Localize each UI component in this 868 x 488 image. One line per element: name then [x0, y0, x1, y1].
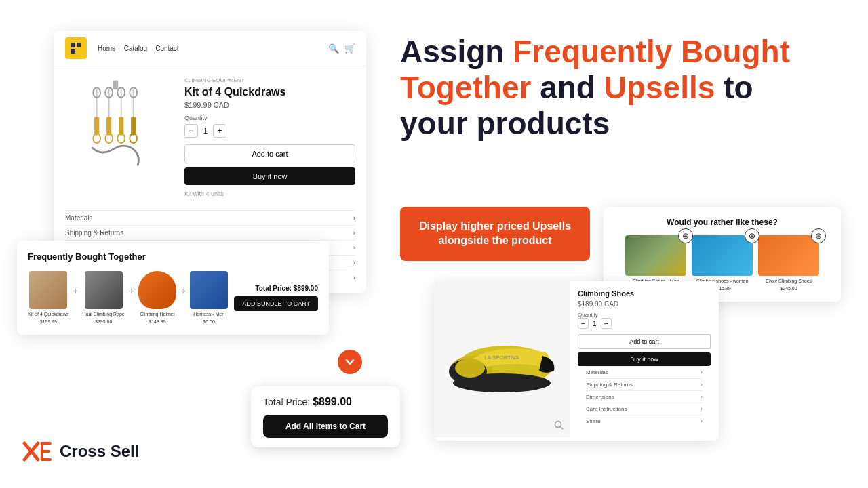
nav-catalog[interactable]: Catalog: [124, 45, 147, 52]
fbt-name-2: Haul Climbing Rope: [83, 312, 125, 317]
upsell-banner: Display higher priced Upsells alongside …: [400, 207, 590, 261]
svg-point-24: [455, 359, 485, 378]
fbt-name-3: Climbing Helmet: [140, 312, 174, 317]
svg-rect-14: [119, 117, 123, 136]
svg-rect-6: [94, 117, 99, 136]
cross-sell-logo-icon: [20, 435, 53, 468]
fbt-product-2: Haul Climbing Rope $295.00: [83, 271, 125, 324]
fbt-card: Frequently Bought Together Kit of 4 Quic…: [17, 241, 329, 335]
quantity-control: − 1 +: [184, 124, 355, 138]
svg-rect-10: [106, 117, 111, 136]
upsell-add-2[interactable]: ⊕: [745, 228, 760, 243]
fbt-products: Kit of 4 Quickdraws $199.99 + Haul Climb…: [28, 271, 318, 324]
upsell-img-2: [692, 235, 753, 276]
qty-label: Quantity: [184, 115, 355, 121]
upsell-product-1-wrap: ⊕: [625, 235, 686, 276]
fbt-price-2: $295.00: [95, 319, 112, 324]
product-meta: Kit with 4 units: [184, 190, 355, 197]
product-title: Kit of 4 Quickdraws: [184, 86, 355, 98]
svg-point-26: [555, 422, 561, 428]
fbt-product-4: Harness - Men $0.00: [190, 271, 228, 324]
hero-heading: Assign Frequently Bought Together and Up…: [400, 34, 841, 142]
fbt-total: Total Price: $899.00 ADD BUNDLE TO CART: [234, 285, 318, 311]
fbt-img-3: [138, 271, 176, 309]
upsell-product-3-wrap: ⊕: [758, 235, 819, 276]
product-details: CLIMBING EQUIPMENT Kit of 4 Quickdraws $…: [184, 77, 355, 199]
svg-rect-1: [77, 43, 81, 47]
fbt-img-1: [29, 271, 67, 309]
fbt-plus-3: +: [179, 285, 187, 296]
nav-contact[interactable]: Contact: [155, 45, 178, 52]
shoe-qty-decrease[interactable]: −: [578, 318, 589, 329]
scroll-down-arrow[interactable]: [338, 350, 362, 374]
shoe-accordion-share[interactable]: Share ›: [586, 415, 703, 427]
shoe-title: Climbing Shoes: [578, 289, 711, 298]
shoe-add-cart-button[interactable]: Add to cart: [578, 334, 711, 349]
quickdraws-image: [79, 77, 160, 199]
product-body: CLIMBING EQUIPMENT Kit of 4 Quickdraws $…: [54, 66, 366, 210]
accordion-shipping[interactable]: Shipping & Returns ›: [65, 225, 355, 240]
nav-icons: 🔍 🛒: [328, 43, 355, 54]
shoe-qty-label: Quantity: [578, 312, 711, 318]
svg-line-27: [561, 427, 564, 430]
fbt-price-1: $199.99: [40, 319, 57, 324]
upsell-add-3[interactable]: ⊕: [811, 228, 826, 243]
shoe-accordion-shipping[interactable]: Shipping & Returns ›: [586, 378, 703, 390]
product-breadcrumb: CLIMBING EQUIPMENT: [184, 77, 355, 83]
upsell-price-3: $245.00: [780, 286, 797, 291]
fbt-product-1: Kit of 4 Quickdraws $199.99: [28, 271, 68, 324]
shoe-accordion-materials[interactable]: Materials ›: [586, 366, 703, 378]
svg-text:LA SPORTIVA: LA SPORTIVA: [484, 354, 519, 361]
add-all-to-cart-button[interactable]: Add All Items to Cart: [263, 415, 388, 438]
shoe-accordion: Materials › Shipping & Returns › Dimensi…: [578, 366, 711, 432]
fbt-plus-2: +: [127, 285, 136, 296]
shoe-product-card: LA SPORTIVA Climbing Shoes $189.90 CAD Q…: [434, 281, 719, 441]
store-logo: [65, 37, 87, 59]
svg-rect-18: [131, 117, 136, 136]
fbt-img-4: [190, 271, 228, 309]
upsell-add-1[interactable]: ⊕: [678, 228, 693, 243]
upsell-name-3: Evolv Climbing Shoes: [766, 279, 812, 283]
shoe-accordion-care[interactable]: Care Instructions ›: [586, 403, 703, 415]
upsell-product-2-wrap: ⊕: [692, 235, 753, 276]
shoe-buy-now-button[interactable]: Buy it now: [578, 352, 711, 366]
total-bar: Total Price: $899.00 Add All Items to Ca…: [251, 386, 400, 447]
product-price: $199.99 CAD: [184, 101, 355, 109]
shoe-zoom-icon[interactable]: [553, 420, 564, 433]
upsell-card-title: Would you rather like these?: [614, 218, 830, 227]
shoe-qty-value: 1: [593, 320, 597, 327]
fbt-name-4: Harness - Men: [193, 312, 224, 317]
upsell-product-3: ⊕ Evolv Climbing Shoes $245.00: [758, 235, 819, 291]
fbt-add-button[interactable]: ADD BUNDLE TO CART: [234, 296, 318, 311]
search-icon[interactable]: 🔍: [328, 43, 339, 54]
hero-text: Assign Frequently Bought Together and Up…: [400, 34, 841, 142]
product-image-area: [65, 77, 174, 199]
fbt-title: Frequently Bought Together: [28, 251, 318, 262]
svg-rect-3: [113, 81, 118, 90]
qty-value: 1: [203, 127, 208, 135]
accordion-materials[interactable]: Materials ›: [65, 210, 355, 225]
fbt-price-4: $0.00: [203, 319, 215, 324]
total-bar-price: $899.00: [313, 396, 352, 407]
nav-home[interactable]: Home: [98, 45, 116, 52]
shoe-qty-increase[interactable]: +: [601, 318, 612, 329]
add-to-cart-button[interactable]: Add to cart: [184, 144, 355, 163]
upsell-img-3: [758, 235, 819, 276]
cart-icon[interactable]: 🛒: [344, 43, 355, 54]
fbt-plus-1: +: [71, 285, 79, 296]
shoe-image-area: LA SPORTIVA: [434, 281, 570, 437]
fbt-img-2: [85, 271, 123, 309]
qty-decrease-btn[interactable]: −: [184, 124, 198, 138]
fbt-total-price: Total Price: $899.00: [255, 285, 318, 292]
shoe-accordion-dimensions[interactable]: Dimensions ›: [586, 390, 703, 403]
upsell-banner-text: Display higher priced Upsells alongside …: [411, 220, 579, 248]
shoe-price: $189.90 CAD: [578, 300, 711, 308]
product-nav: Home Catalog Contact 🔍 🛒: [54, 30, 366, 66]
total-bar-text: Total Price: $899.00: [263, 396, 388, 408]
fbt-product-3: Climbing Helmet $148.99: [138, 271, 176, 324]
bottom-logo: Cross Sell: [20, 435, 139, 468]
shoe-image: LA SPORTIVA: [444, 322, 559, 396]
buy-now-button[interactable]: Buy it now: [184, 167, 355, 185]
qty-increase-btn[interactable]: +: [213, 124, 226, 138]
shoe-quantity: − 1 +: [578, 318, 711, 329]
